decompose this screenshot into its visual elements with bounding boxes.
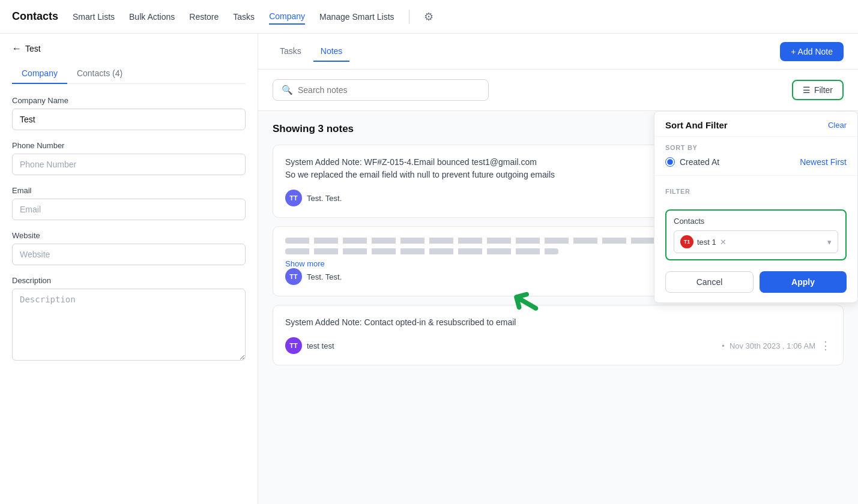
avatar-2: TT xyxy=(285,268,302,285)
search-icon: 🔍 xyxy=(282,85,293,95)
tab-contacts[interactable]: Contacts (4) xyxy=(67,64,132,84)
search-area: 🔍 ☰ Filter xyxy=(258,70,858,111)
nav-divider xyxy=(409,10,409,24)
description-input[interactable] xyxy=(12,289,246,361)
note-menu-3[interactable]: ⋮ xyxy=(820,339,831,352)
sort-section: SORT BY Created At Newest First xyxy=(654,137,857,170)
blurred-line-2 xyxy=(285,248,558,254)
nav-restore[interactable]: Restore xyxy=(189,10,219,24)
tab-company[interactable]: Company xyxy=(12,64,67,84)
filter-lines-icon: ☰ xyxy=(803,85,811,95)
note-dot-3: • xyxy=(722,341,725,350)
filter-section: FILTER xyxy=(654,181,857,205)
sort-order-label[interactable]: Newest First xyxy=(800,157,847,167)
author-name-2: Test. Test. xyxy=(307,272,342,281)
search-box: 🔍 xyxy=(273,79,489,101)
company-name-label: Company Name xyxy=(12,96,246,105)
sort-radio-row: Created At xyxy=(665,157,719,167)
description-label: Description xyxy=(12,276,246,285)
left-panel: ← Test Company Contacts (4) Company Name… xyxy=(0,34,258,504)
email-input[interactable] xyxy=(12,199,246,220)
main-layout: ← Test Company Contacts (4) Company Name… xyxy=(0,34,858,504)
contacts-chip: T1 test 1 ✕ xyxy=(680,235,727,248)
avatar-1: TT xyxy=(285,190,302,206)
email-label: Email xyxy=(12,186,246,195)
chevron-down-icon: ▾ xyxy=(827,238,832,247)
chip-remove-icon[interactable]: ✕ xyxy=(720,238,727,247)
note-text-3: System Added Note: Contact opted-in & re… xyxy=(285,316,831,329)
email-field-group: Email xyxy=(12,186,246,220)
nav-tasks[interactable]: Tasks xyxy=(233,10,255,24)
back-link[interactable]: ← Test xyxy=(12,43,246,54)
sort-label-created-at: Created At xyxy=(680,157,719,167)
filter-actions: Cancel Apply xyxy=(654,265,857,293)
tab-tasks[interactable]: Tasks xyxy=(273,41,309,62)
phone-number-label: Phone Number xyxy=(12,141,246,150)
website-field-group: Website xyxy=(12,231,246,265)
app-title: Contacts xyxy=(12,10,58,23)
top-navigation: Contacts Smart Lists Bulk Actions Restor… xyxy=(0,0,858,34)
filter-section-label: FILTER xyxy=(665,188,847,195)
left-tab-bar: Company Contacts (4) xyxy=(12,64,246,84)
note-card-3: System Added Note: Contact opted-in & re… xyxy=(273,305,844,365)
note-author-1: TT Test. Test. xyxy=(285,190,342,206)
tab-notes[interactable]: Notes xyxy=(313,41,350,62)
right-tab-bar: Tasks Notes xyxy=(273,41,349,61)
author-name-3: test test xyxy=(307,341,334,350)
contacts-filter-input[interactable]: T1 test 1 ✕ ▾ xyxy=(674,230,838,253)
nav-manage-smart-lists[interactable]: Manage Smart Lists xyxy=(319,10,394,24)
right-panel: Tasks Notes + Add Note 🔍 ☰ Filter Showin… xyxy=(258,34,858,504)
description-field-group: Description xyxy=(12,276,246,362)
sort-section-label: SORT BY xyxy=(665,144,847,151)
avatar-3: TT xyxy=(285,337,302,354)
search-input[interactable] xyxy=(298,85,480,95)
company-name-field-group: Company Name xyxy=(12,96,246,130)
contacts-filter-label: Contacts xyxy=(674,217,838,226)
nav-company[interactable]: Company xyxy=(269,9,305,25)
right-header: Tasks Notes + Add Note xyxy=(258,34,858,70)
note-footer-3: TT test test • Nov 30th 2023 , 1:06 AM ⋮ xyxy=(285,337,831,354)
filter-divider xyxy=(654,175,857,176)
phone-number-input[interactable] xyxy=(12,154,246,175)
filter-button[interactable]: ☰ Filter xyxy=(792,80,844,100)
website-input[interactable] xyxy=(12,244,246,265)
sort-options: Created At Newest First xyxy=(665,157,847,167)
back-arrow-icon: ← xyxy=(12,43,22,54)
company-name-input[interactable] xyxy=(12,109,246,130)
clear-button[interactable]: Clear xyxy=(828,121,847,130)
nav-smart-lists[interactable]: Smart Lists xyxy=(73,10,115,24)
website-label: Website xyxy=(12,231,246,240)
note-date-3: Nov 30th 2023 , 1:06 AM xyxy=(730,341,815,350)
filter-panel-title: Sort And Filter xyxy=(665,120,728,130)
chip-text: test 1 xyxy=(697,238,716,247)
back-label: Test xyxy=(25,44,41,53)
note-author-2: TT Test. Test. xyxy=(285,268,342,285)
chip-avatar: T1 xyxy=(680,235,693,248)
note-meta-3: • Nov 30th 2023 , 1:06 AM ⋮ xyxy=(722,339,831,352)
add-note-button[interactable]: + Add Note xyxy=(780,42,844,61)
apply-button[interactable]: Apply xyxy=(760,271,847,293)
notes-content: Showing 3 notes System Added Note: WF#Z-… xyxy=(258,111,858,504)
cancel-button[interactable]: Cancel xyxy=(665,271,754,293)
phone-number-field-group: Phone Number xyxy=(12,141,246,175)
note-author-3: TT test test xyxy=(285,337,334,354)
settings-icon[interactable]: ⚙ xyxy=(424,10,434,23)
filter-panel-header: Sort And Filter Clear xyxy=(654,112,857,137)
author-name-1: Test. Test. xyxy=(307,194,342,203)
contacts-filter-box: Contacts T1 test 1 ✕ ▾ xyxy=(665,209,847,260)
sort-radio-created-at[interactable] xyxy=(665,157,675,167)
filter-panel: Sort And Filter Clear SORT BY Created At… xyxy=(654,111,858,303)
filter-label: Filter xyxy=(814,85,833,95)
nav-bulk-actions[interactable]: Bulk Actions xyxy=(129,10,175,24)
